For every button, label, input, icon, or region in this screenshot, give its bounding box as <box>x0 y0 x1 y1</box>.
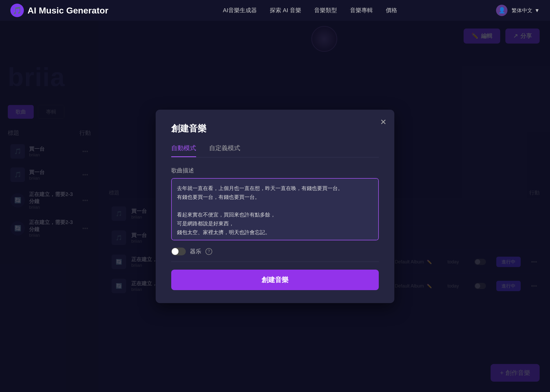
app-title: AI Music Generator <box>28 5 108 16</box>
main-nav: AI音樂生成器 探索 AI 音樂 音樂類型 音樂專輯 價格 <box>124 6 496 14</box>
nav-genres[interactable]: 音樂類型 <box>314 6 337 14</box>
modal-options: 器乐 ? <box>171 248 379 262</box>
song-description-textarea[interactable]: 去年就一直在看，上個月也一直在想，昨天一直在唤，有錢也要買一台。 有錢也要買一台… <box>171 178 379 240</box>
modal-close-button[interactable]: ✕ <box>380 117 387 127</box>
instrumental-toggle[interactable] <box>171 248 186 255</box>
avatar[interactable]: 👤 <box>496 5 507 16</box>
navbar: 🎵 AI Music Generator AI音樂生成器 探索 AI 音樂 音樂… <box>0 0 550 21</box>
nav-explore[interactable]: 探索 AI 音樂 <box>270 6 301 14</box>
modal-tabs: 自動模式 自定義模式 <box>171 144 379 157</box>
modal-create-button[interactable]: 創建音樂 <box>171 270 379 290</box>
navbar-right: 👤 繁体中文 ▼ <box>496 5 540 16</box>
tab-auto-mode[interactable]: 自動模式 <box>171 144 196 157</box>
logo[interactable]: 🎵 AI Music Generator <box>10 4 108 17</box>
logo-icon: 🎵 <box>10 4 24 17</box>
modal-title: 創建音樂 <box>171 123 379 135</box>
nav-albums[interactable]: 音樂專輯 <box>350 6 373 14</box>
main-content: briia 歌曲 專輯 標題 行動 🎵 買一台 briian ••• 🎵 <box>0 21 550 392</box>
modal-overlay: 創建音樂 ✕ 自動模式 自定義模式 歌曲描述 去年就一直在看，上個月也一直在想，… <box>0 21 550 392</box>
language-label: 繁体中文 <box>512 7 532 14</box>
language-selector[interactable]: 繁体中文 ▼ <box>512 7 540 14</box>
instrumental-label: 器乐 <box>190 248 201 255</box>
nav-pricing[interactable]: 價格 <box>386 6 397 14</box>
nav-ai-generator[interactable]: AI音樂生成器 <box>223 6 257 14</box>
tab-custom-mode[interactable]: 自定義模式 <box>209 144 240 157</box>
create-music-modal: 創建音樂 ✕ 自動模式 自定義模式 歌曲描述 去年就一直在看，上個月也一直在想，… <box>156 110 394 303</box>
help-icon[interactable]: ? <box>205 248 212 255</box>
chevron-down-icon: ▼ <box>534 8 540 13</box>
description-label: 歌曲描述 <box>171 167 379 174</box>
